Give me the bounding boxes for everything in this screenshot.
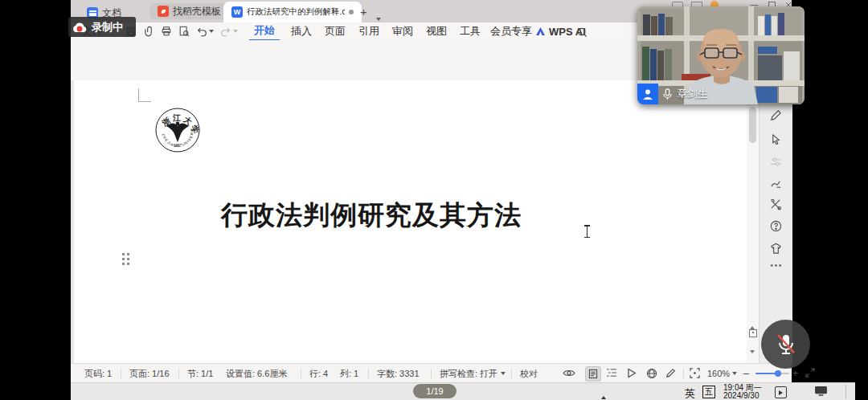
university-seal-logo: 浙江大学 ZHEJIANG UNIVERSITY 1897 (154, 107, 201, 153)
text-cursor (584, 225, 590, 238)
focus-mode-icon[interactable] (690, 368, 700, 378)
tab-docer-label: 找稻壳模板 (173, 5, 221, 18)
cursor-select-icon[interactable] (770, 133, 783, 146)
chevron-down-icon (750, 350, 755, 353)
print-preview-button[interactable] (177, 25, 191, 38)
status-page-number[interactable]: 页码: 1 (84, 368, 113, 380)
cloud-sync-icon[interactable] (141, 25, 156, 38)
chevron-down-icon (233, 30, 238, 33)
tab-docer[interactable]: 找稻壳模板 (149, 3, 229, 19)
chevron-down-icon (209, 30, 214, 33)
zoom-level-button[interactable]: 160% (707, 364, 737, 383)
docer-icon (158, 6, 169, 17)
web-layout-button[interactable] (646, 368, 657, 379)
zoom-in-button[interactable]: + (792, 367, 799, 379)
menu-tab-tools[interactable]: 工具 (455, 22, 485, 40)
edit-pen-icon[interactable] (665, 368, 676, 378)
recording-cloud-icon (72, 22, 88, 33)
tab-document-active[interactable]: W 行政法研究中的判例解释.doc (223, 2, 362, 22)
zoom-level-value: 160% (707, 369, 730, 378)
windows-taskbar: e W 英 五 19:04 周一 2024/9/30 (71, 382, 855, 400)
minimize-icon[interactable] (751, 5, 758, 6)
scrollbar-thumb[interactable] (749, 107, 756, 143)
wps-writer-icon: W (231, 6, 243, 18)
unsaved-dot-icon (349, 10, 354, 14)
eye-protect-icon[interactable] (563, 368, 575, 378)
ime-mode-indicator[interactable]: 五 (702, 386, 715, 398)
menu-tab-insert[interactable]: 插入 (286, 22, 317, 40)
status-line[interactable]: 行: 4 (309, 368, 329, 380)
signature-icon[interactable] (770, 178, 783, 190)
participant-avatar-icon (637, 84, 658, 104)
help-icon[interactable] (770, 220, 783, 233)
zoom-out-button[interactable]: − (743, 367, 749, 380)
seal-year-text: 1897 (174, 144, 182, 148)
status-column[interactable]: 列: 1 (339, 368, 359, 380)
status-setting-value[interactable]: 设置值: 6.6厘米 (225, 368, 288, 380)
redo-button[interactable] (219, 25, 240, 38)
undo-button[interactable] (194, 25, 215, 38)
status-bar: 页码: 1 页面: 1/16 节: 1/1 设置值: 6.6厘米 行: 4 列:… (71, 363, 792, 383)
menu-tab-review[interactable]: 审阅 (387, 22, 418, 40)
outline-view-button[interactable] (606, 368, 617, 378)
mute-microphone-button[interactable] (761, 320, 810, 369)
page-margin-mark (138, 101, 151, 102)
more-options-icon[interactable] (770, 263, 783, 276)
tray-expand-icon[interactable] (601, 388, 606, 400)
print-button[interactable] (159, 25, 174, 38)
drag-handle-icon[interactable] (122, 253, 129, 265)
chevron-down-icon (501, 372, 506, 375)
tools-icon[interactable] (770, 198, 783, 211)
recording-label: 录制中 (92, 20, 123, 35)
chevron-down-icon (376, 18, 381, 21)
skin-theme-icon[interactable] (770, 243, 783, 255)
menu-tab-home[interactable]: 开始 (249, 22, 280, 42)
status-spell-check[interactable]: 拼写检查: 打开 (439, 368, 506, 380)
page-margin-mark (138, 88, 139, 101)
participant-name-bar: 章剑生 (637, 84, 708, 104)
pen-annotate-icon[interactable] (770, 109, 783, 122)
clock[interactable]: 19:04 周一 2024/9/30 (723, 384, 762, 400)
status-page-of-total[interactable]: 页面: 1/16 (129, 368, 170, 380)
next-page-button[interactable] (750, 342, 755, 357)
participant-name: 章剑生 (677, 87, 708, 101)
recording-indicator[interactable]: 录制中 (68, 17, 136, 37)
menu-tab-page[interactable]: 页面 (320, 22, 350, 40)
vertical-scrollbar[interactable] (747, 80, 759, 363)
document-page[interactable]: 浙江大学 ZHEJIANG UNIVERSITY 1897 行政法判例研究及其方… (74, 80, 747, 363)
menu-tab-member[interactable]: 会员专享 (485, 22, 537, 40)
wps-ai-icon (535, 27, 546, 36)
document-title-text[interactable]: 行政法判例研究及其方法 (74, 198, 669, 234)
new-tab-button[interactable]: + (360, 5, 367, 18)
tab-document-label: 行政法研究中的判例解释.doc (247, 6, 345, 18)
action-center-icon[interactable] (815, 386, 827, 397)
status-section[interactable]: 节: 1/1 (186, 368, 214, 380)
screen: 文档 找稻壳模板 W 行政法研究中的判例解释.doc + (0, 0, 868, 400)
muted-mic-icon (776, 333, 796, 357)
webcam-window[interactable]: 章剑生 (637, 6, 805, 104)
slide-page-indicator: 1/19 (413, 384, 457, 398)
search-icon[interactable] (575, 26, 588, 39)
status-proofread[interactable]: 校对 (519, 368, 538, 380)
seal-eagle (166, 124, 189, 143)
fullscreen-icon[interactable] (805, 368, 815, 378)
input-language-indicator[interactable]: 英 (685, 386, 695, 400)
show-desktop-divider[interactable] (845, 385, 846, 399)
zoom-slider-thumb[interactable] (775, 370, 781, 377)
page-view-button[interactable] (585, 366, 601, 382)
chevron-down-icon (732, 372, 737, 375)
participant-mic-icon (663, 88, 672, 100)
video-playing-tray-icon[interactable] (775, 386, 787, 398)
clock-date: 2024/9/30 (723, 392, 762, 400)
status-word-count[interactable]: 字数: 3331 (376, 368, 420, 380)
adjust-settings-icon[interactable] (770, 156, 783, 169)
menu-tab-reference[interactable]: 引用 (354, 22, 384, 40)
reading-mode-button[interactable] (627, 368, 637, 378)
menu-tab-view[interactable]: 视图 (421, 22, 452, 40)
select-browse-object-button[interactable] (749, 329, 757, 337)
